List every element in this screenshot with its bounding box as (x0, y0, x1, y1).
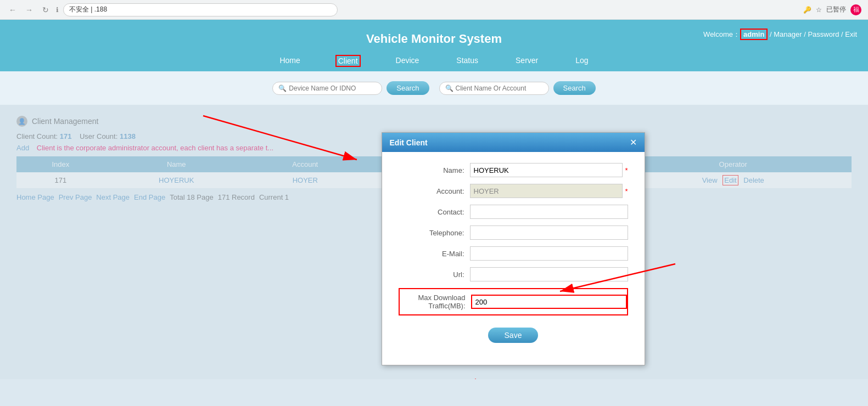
form-row-account: Account: * (399, 184, 628, 198)
client-search-input[interactable] (456, 84, 543, 92)
form-row-max-download: Max Download Traffic(MB): (400, 294, 627, 310)
form-row-email: E-Mail: (399, 246, 628, 261)
exit-link[interactable]: Exit (845, 30, 857, 38)
client-search-button[interactable]: Search (553, 81, 596, 95)
email-label: E-Mail: (399, 250, 470, 258)
account-required: * (625, 187, 628, 195)
account-label: Account: (399, 187, 470, 195)
refresh-button[interactable]: ↻ (40, 4, 52, 16)
max-download-group: Max Download Traffic(MB): (399, 288, 628, 315)
device-search-input[interactable] (289, 84, 376, 92)
nav-device[interactable]: Device (394, 55, 422, 67)
contact-label: Contact: (399, 208, 470, 216)
back-button[interactable]: ← (7, 4, 19, 16)
name-label: Name: (399, 166, 470, 174)
browser-bar: ← → ↻ ℹ 🔑 ☆ 已暂停 福 (0, 0, 868, 20)
form-row-url: Url: (399, 267, 628, 281)
contact-input[interactable] (470, 205, 628, 219)
max-download-input[interactable] (471, 295, 627, 309)
form-row-contact: Contact: (399, 205, 628, 219)
url-label: Url: (399, 270, 470, 279)
device-search-button[interactable]: Search (387, 81, 429, 95)
form-row-name: Name: * (399, 163, 628, 177)
url-bar[interactable] (63, 3, 338, 16)
modal-footer: Save (399, 322, 628, 354)
device-search-icon: 🔍 (278, 84, 287, 92)
modal-title: Edit Client (390, 138, 428, 147)
modal-body: Name: * Account: * Contact: Telephone: E… (382, 152, 645, 365)
client-search-wrap: 🔍 (439, 82, 549, 95)
user-avatar: 福 (850, 4, 861, 15)
admin-link[interactable]: admin (740, 29, 768, 40)
telephone-label: Telephone: (399, 229, 470, 237)
paused-label: 已暂停 (826, 5, 846, 14)
client-search-icon: 🔍 (445, 84, 453, 92)
max-download-label: Max Download Traffic(MB): (400, 294, 471, 310)
nav-log[interactable]: Log (573, 55, 590, 67)
url-input[interactable] (470, 267, 628, 281)
form-row-telephone: Telephone: (399, 225, 628, 240)
account-input[interactable] (470, 184, 623, 198)
save-button[interactable]: Save (488, 328, 539, 343)
email-input[interactable] (470, 246, 628, 261)
modal-header: Edit Client ✕ (382, 133, 645, 152)
info-icon: ℹ (56, 6, 59, 14)
telephone-input[interactable] (470, 225, 628, 240)
name-required: * (625, 166, 628, 174)
search-area: 🔍 Search 🔍 Search (0, 71, 868, 105)
nav-home[interactable]: Home (277, 55, 302, 67)
manager-link[interactable]: Manager (774, 30, 802, 38)
forward-button[interactable]: → (23, 4, 35, 16)
key-icon: 🔑 (803, 6, 811, 14)
modal-close-button[interactable]: ✕ (630, 137, 637, 148)
edit-client-modal: Edit Client ✕ Name: * Account: * Contact… (382, 132, 645, 365)
nav-status[interactable]: Status (454, 55, 480, 67)
nav-bar: Home Client Device Status Server Log (11, 50, 857, 71)
name-input[interactable] (470, 163, 623, 177)
browser-right: 🔑 ☆ 已暂停 福 (803, 4, 861, 15)
star-icon: ☆ (816, 6, 822, 14)
device-search-wrap: 🔍 (272, 82, 382, 95)
app-header: Welcome：admin / Manager / Password / Exi… (0, 20, 868, 71)
nav-server[interactable]: Server (513, 55, 540, 67)
welcome-bar: Welcome：admin / Manager / Password / Exi… (703, 30, 857, 40)
password-link[interactable]: Password (808, 30, 839, 38)
nav-client[interactable]: Client (335, 55, 361, 67)
main-content: 👤 Client Management Client Count: 171 Us… (0, 105, 868, 379)
